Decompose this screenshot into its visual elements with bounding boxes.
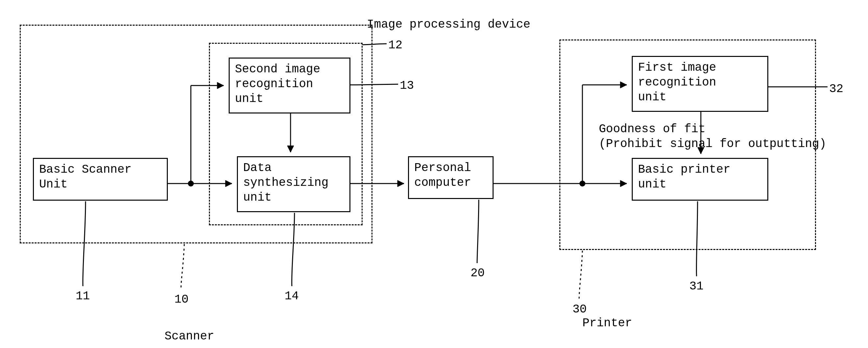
data-synthesizing-label: Data synthesizing unit [243, 161, 329, 204]
title-image-processing-device: Image processing device [367, 17, 530, 32]
diagram-canvas: Basic Scanner Unit Second image recognit… [0, 0, 868, 348]
personal-computer-box: Personal computer [408, 156, 494, 199]
first-image-recognition-box: First image recognition unit [632, 56, 768, 112]
ref-30: 30 [572, 302, 587, 317]
ref-13: 13 [400, 78, 414, 93]
ref-12: 12 [388, 38, 402, 53]
printer-caption: Printer [582, 316, 632, 330]
basic-printer-unit-box: Basic printer unit [632, 158, 768, 201]
ref-32: 32 [829, 82, 843, 96]
ref-20: 20 [470, 266, 485, 281]
ref-31: 31 [689, 279, 704, 294]
ref-11: 11 [76, 289, 90, 304]
scanner-caption: Scanner [164, 329, 214, 344]
second-image-recognition-label: Second image recognition unit [235, 63, 320, 105]
second-image-recognition-box: Second image recognition unit [229, 58, 350, 114]
basic-scanner-unit-label: Basic Scanner Unit [39, 163, 132, 191]
ref-14: 14 [285, 289, 299, 304]
ref-10: 10 [175, 292, 189, 307]
data-synthesizing-box: Data synthesizing unit [237, 156, 350, 212]
svg-marker-9 [398, 180, 404, 187]
basic-scanner-unit-box: Basic Scanner Unit [33, 158, 168, 201]
basic-printer-unit-label: Basic printer unit [638, 163, 731, 191]
first-image-recognition-label: First image recognition unit [638, 61, 716, 104]
goodness-of-fit-annotation: Goodness of fit (Prohibit signal for out… [599, 122, 826, 151]
personal-computer-label: Personal computer [414, 161, 471, 189]
